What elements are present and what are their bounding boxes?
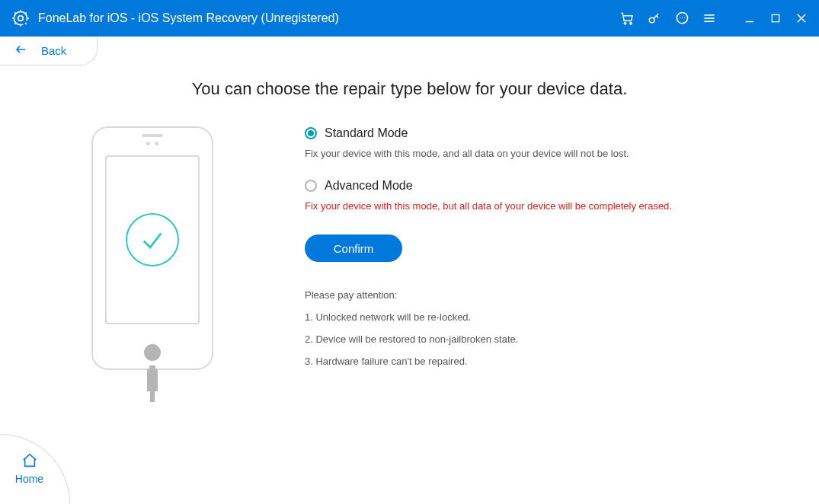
svg-point-4: [680, 18, 680, 18]
checkmark-icon: [126, 213, 179, 266]
attention-item-3: 3. Hardware failure can't be repaired.: [305, 356, 789, 367]
home-label: Home: [15, 473, 43, 485]
titlebar: FoneLab for iOS - iOS System Recovery (U…: [0, 0, 819, 37]
window-title: FoneLab for iOS - iOS System Recovery (U…: [38, 11, 618, 25]
advanced-mode-label: Advanced Mode: [325, 179, 413, 193]
feedback-icon[interactable]: [673, 9, 691, 27]
page-heading: You can choose the repair type below for…: [0, 79, 819, 99]
app-logo-icon: [11, 8, 30, 28]
back-label: Back: [41, 44, 66, 57]
standard-mode-desc: Fix your device with this mode, and all …: [305, 148, 789, 159]
svg-point-6: [684, 18, 685, 18]
svg-rect-11: [772, 14, 779, 21]
svg-point-0: [18, 16, 24, 21]
svg-point-1: [624, 22, 626, 24]
svg-point-3: [649, 18, 654, 23]
back-arrow-icon: [14, 43, 27, 59]
close-button[interactable]: [792, 8, 811, 28]
titlebar-actions: [618, 8, 811, 28]
attention-item-2: 2. Device will be restored to non-jailbr…: [305, 333, 789, 345]
key-icon[interactable]: [645, 9, 664, 27]
advanced-mode-option[interactable]: Advanced Mode: [305, 179, 789, 193]
app-window: FoneLab for iOS - iOS System Recovery (U…: [0, 0, 819, 504]
standard-mode-label: Standard Mode: [325, 126, 408, 140]
cart-icon[interactable]: [618, 9, 636, 27]
home-icon: [21, 452, 38, 471]
maximize-button[interactable]: [766, 8, 785, 28]
cable-icon: [147, 368, 158, 391]
content-area: Back You can choose the repair type belo…: [0, 37, 819, 504]
phone-outline-icon: [91, 126, 213, 370]
menu-icon[interactable]: [700, 9, 718, 27]
attention-title: Please pay attention:: [305, 289, 789, 301]
attention-section: Please pay attention: 1. Unlocked networ…: [305, 289, 789, 367]
minimize-button[interactable]: [740, 8, 760, 28]
standard-mode-option[interactable]: Standard Mode: [305, 126, 789, 140]
svg-point-5: [682, 18, 683, 18]
attention-item-1: 1. Unlocked network will be re-locked.: [305, 311, 789, 323]
back-button[interactable]: Back: [0, 37, 98, 65]
home-button[interactable]: Home: [0, 434, 70, 504]
radio-selected-icon: [305, 127, 317, 139]
radio-unselected-icon: [305, 180, 317, 192]
advanced-mode-desc: Fix your device with this mode, but all …: [305, 200, 789, 212]
device-illustration: [0, 126, 305, 391]
confirm-button[interactable]: Confirm: [305, 234, 402, 262]
svg-point-2: [630, 22, 632, 24]
